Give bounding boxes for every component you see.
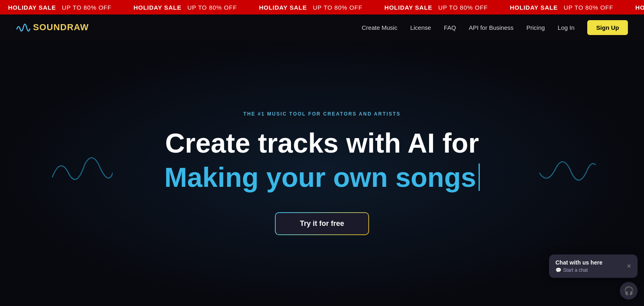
banner-sale-text: HOLIDAY SALE [635, 4, 644, 11]
banner-sale-text: HOLIDAY SALE [259, 4, 307, 11]
logo[interactable]: SOUNDRAW [16, 22, 89, 33]
nav-links: Create Music License FAQ API for Busines… [362, 20, 628, 35]
banner-item: HOLIDAY SALE UP TO 80% OFF [627, 4, 644, 11]
banner-item: HOLIDAY SALE UP TO 80% OFF [502, 4, 627, 11]
headphone-icon: 🎧 [624, 286, 634, 296]
banner-track: HOLIDAY SALE UP TO 80% OFF HOLIDAY SALE … [0, 4, 644, 11]
banner-item: HOLIDAY SALE UP TO 80% OFF [126, 4, 251, 11]
cursor-blink [479, 163, 480, 191]
try-free-label: Try it for free [300, 219, 344, 227]
banner-item: HOLIDAY SALE UP TO 80% OFF [0, 4, 126, 11]
nav-link-faq[interactable]: FAQ [444, 24, 456, 31]
chat-start-label[interactable]: Start a chat [563, 267, 588, 273]
chat-title: Chat with us here [555, 259, 603, 266]
banner-discount-text: UP TO 80% OFF [564, 4, 613, 11]
try-free-button-wrapper[interactable]: Try it for free [275, 212, 369, 235]
banner-sale-text: HOLIDAY SALE [510, 4, 558, 11]
nav-link-create-music[interactable]: Create Music [362, 24, 397, 31]
logo-wave-icon [16, 22, 31, 33]
nav-link-log-in[interactable]: Log In [558, 24, 575, 31]
banner-sale-text: HOLIDAY SALE [8, 4, 56, 11]
chat-close-button[interactable]: × [627, 263, 631, 270]
wave-left-icon [48, 153, 113, 185]
banner-sale-text: HOLIDAY SALE [384, 4, 432, 11]
hero-title-blue-text: Making your own songs [164, 162, 476, 192]
nav-link-license[interactable]: License [410, 24, 431, 31]
nav-link-api-for-business[interactable]: API for Business [469, 24, 514, 31]
hero-title-white: Create tracks with AI for [164, 128, 480, 158]
chat-subtitle: 💬 Start a chat [555, 267, 603, 273]
banner-item: HOLIDAY SALE UP TO 80% OFF [376, 4, 502, 11]
try-free-button[interactable]: Try it for free [276, 213, 368, 234]
chat-content: Chat with us here 💬 Start a chat [555, 259, 603, 273]
chat-bubble-icon: 💬 [555, 267, 561, 273]
hero-content: THE #1 MUSIC TOOL FOR CREATORS AND ARTIS… [164, 111, 480, 236]
banner-sale-text: HOLIDAY SALE [134, 4, 182, 11]
navbar: SOUNDRAW Create Music License FAQ API fo… [0, 14, 644, 40]
chat-widget[interactable]: Chat with us here 💬 Start a chat × [549, 254, 638, 278]
banner-item: HOLIDAY SALE UP TO 80% OFF [251, 4, 376, 11]
signup-button[interactable]: Sign Up [587, 20, 628, 35]
holiday-banner: HOLIDAY SALE UP TO 80% OFF HOLIDAY SALE … [0, 0, 644, 14]
banner-discount-text: UP TO 80% OFF [438, 4, 488, 11]
hero-title-blue: Making your own songs [164, 162, 480, 192]
logo-text: SOUNDRAW [33, 22, 89, 33]
hero-section: THE #1 MUSIC TOOL FOR CREATORS AND ARTIS… [0, 40, 644, 306]
nav-link-pricing[interactable]: Pricing [526, 24, 545, 31]
banner-discount-text: UP TO 80% OFF [313, 4, 362, 11]
wave-right-icon [539, 153, 596, 185]
decorative-wave-right [539, 153, 596, 187]
support-button[interactable]: 🎧 [620, 282, 638, 300]
decorative-wave-left [48, 153, 113, 187]
banner-discount-text: UP TO 80% OFF [62, 4, 111, 11]
banner-discount-text: UP TO 80% OFF [187, 4, 237, 11]
hero-tagline: THE #1 MUSIC TOOL FOR CREATORS AND ARTIS… [164, 111, 480, 117]
